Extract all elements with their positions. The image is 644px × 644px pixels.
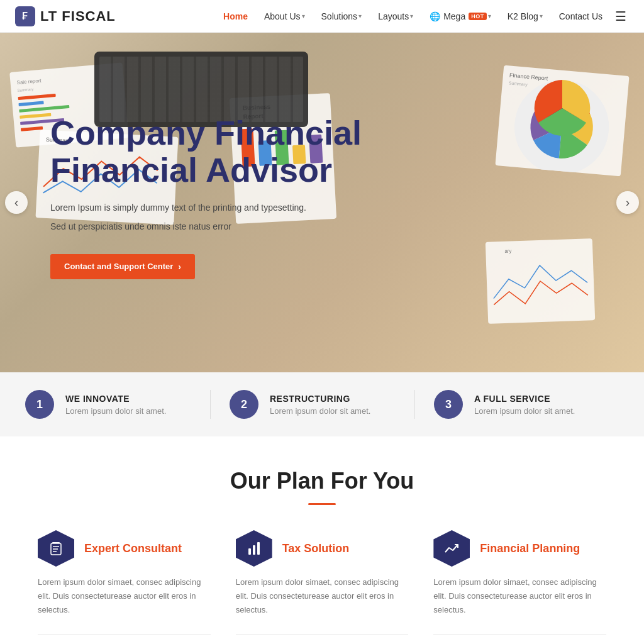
hero-subtitle-1: Lorem Ipsum is simply dummy text of the … <box>50 201 362 214</box>
feature-num-3: 3 <box>434 390 463 419</box>
features-strip: 1 WE INNOVATE Lorem ipsum dolor sit amet… <box>0 372 644 436</box>
feature-desc-1: Lorem ipsum dolor sit amet. <box>65 406 166 416</box>
header: ₣ LT FISCAL Home About Us ▾ Solutions ▾ … <box>0 0 644 33</box>
plan-card-3-title: Financial Planning <box>480 542 580 555</box>
plan-card-2: Tax Solution Lorem ipsum dolor simaet, c… <box>236 530 409 644</box>
nav-item-contact[interactable]: Contact Us <box>553 8 609 25</box>
nav-label-k2blog: K2 Blog <box>508 11 538 21</box>
nav-label-solutions: Solutions <box>321 11 358 21</box>
feature-num-1: 1 <box>25 390 54 419</box>
chevron-down-icon: ▾ <box>488 13 491 19</box>
feature-item-1: 1 WE INNOVATE Lorem ipsum dolor sit amet… <box>25 390 211 419</box>
svg-rect-26 <box>253 545 255 555</box>
chevron-down-icon: ▾ <box>410 13 413 19</box>
trending-up-icon <box>433 530 470 567</box>
plan-section: Our Plan For You Expert Con <box>0 436 644 644</box>
hero-cta-label: Contact and Support Center <box>64 262 173 271</box>
feature-item-3: 3 A FULL SERVICE Lorem ipsum dolor sit a… <box>415 390 619 419</box>
chevron-right-icon: › <box>626 196 630 209</box>
svg-rect-25 <box>248 548 251 555</box>
feature-title-2: RESTRUCTURING <box>270 394 370 404</box>
svg-rect-27 <box>257 542 260 555</box>
nav-label-contact: Contact Us <box>559 11 602 21</box>
brand-name: LT FISCAL <box>40 8 116 25</box>
plan-title: Our Plan For You <box>38 468 606 494</box>
hero-content: Company Financial Financial Advisor Lore… <box>50 114 362 279</box>
plan-card-3-header: Financial Planning <box>433 530 606 567</box>
plan-card-3-divider <box>433 635 606 635</box>
plan-card-3: Financial Planning Lorem ipsum dolor sim… <box>433 530 606 644</box>
feature-text-3: A FULL SERVICE Lorem ipsum dolor sit ame… <box>474 394 575 416</box>
plan-card-3-desc: Lorem ipsum dolor simaet, consec adipisc… <box>433 575 606 617</box>
slider-next-button[interactable]: › <box>616 191 639 214</box>
nav-label-mega: Mega <box>443 11 465 21</box>
chevron-left-icon: ‹ <box>14 196 18 209</box>
nav-label-home: Home <box>223 11 248 21</box>
plan-card-1-header: Expert Consultant <box>38 530 211 567</box>
nav-item-solutions[interactable]: Solutions ▾ <box>315 8 369 25</box>
nav-item-about[interactable]: About Us ▾ <box>258 8 311 25</box>
feature-desc-2: Lorem ipsum dolor sit amet. <box>270 406 370 416</box>
plan-divider <box>308 503 336 505</box>
logo[interactable]: ₣ LT FISCAL <box>15 6 116 26</box>
plan-card-1: Expert Consultant Lorem ipsum dolor sima… <box>38 530 211 644</box>
nav-item-layouts[interactable]: Layouts ▾ <box>372 8 419 25</box>
plan-cards: Expert Consultant Lorem ipsum dolor sima… <box>38 530 606 644</box>
chevron-down-icon: ▾ <box>540 13 543 19</box>
nav-item-mega[interactable]: 🌐 Mega HOT ▾ <box>423 8 497 25</box>
feature-desc-3: Lorem ipsum dolor sit amet. <box>474 406 575 416</box>
plan-card-1-title: Expert Consultant <box>84 542 182 555</box>
feature-num-2: 2 <box>230 390 258 419</box>
nav-item-home[interactable]: Home <box>217 8 254 25</box>
plan-icon-1 <box>38 530 74 567</box>
clipboard-icon <box>38 530 74 567</box>
hero-cta-button[interactable]: Contact and Support Center › <box>50 254 195 279</box>
hot-badge: HOT <box>469 13 487 20</box>
hero-section: Sale report Summary Summary Business Re <box>0 33 644 372</box>
plan-card-2-title: Tax Solution <box>282 542 350 555</box>
plan-icon-2 <box>236 530 272 567</box>
pie-chart-top <box>531 77 594 140</box>
plan-card-1-divider <box>38 635 211 635</box>
nav-item-k2blog[interactable]: K2 Blog ▾ <box>501 8 549 25</box>
nav-label-layouts: Layouts <box>378 11 409 21</box>
hamburger-menu[interactable]: ☰ <box>613 6 629 26</box>
feature-text-2: RESTRUCTURING Lorem ipsum dolor sit amet… <box>270 394 370 416</box>
feature-text-1: WE INNOVATE Lorem ipsum dolor sit amet. <box>65 394 166 416</box>
slider-prev-button[interactable]: ‹ <box>5 191 28 214</box>
plan-card-2-header: Tax Solution <box>236 530 409 567</box>
arrow-right-icon: › <box>178 262 181 272</box>
plan-icon-3 <box>433 530 470 567</box>
feature-item-2: 2 RESTRUCTURING Lorem ipsum dolor sit am… <box>211 390 415 419</box>
plan-card-1-desc: Lorem ipsum dolor simaet, consec adipisc… <box>38 575 211 617</box>
hero-title: Company Financial Financial Advisor <box>50 114 362 189</box>
feature-title-3: A FULL SERVICE <box>474 394 575 404</box>
chevron-down-icon: ▾ <box>302 13 305 19</box>
chevron-down-icon: ▾ <box>358 13 362 19</box>
logo-icon: ₣ <box>15 6 35 26</box>
globe-icon: 🌐 <box>430 11 440 21</box>
feature-title-1: WE INNOVATE <box>65 394 166 404</box>
plan-card-2-desc: Lorem ipsum dolor simaet, consec adipisc… <box>236 575 409 617</box>
plan-card-2-divider <box>236 635 409 635</box>
hero-subtitle-2: Sed ut perspiciatis unde omnis iste natu… <box>50 219 362 233</box>
bar-chart-icon <box>236 530 272 567</box>
nav-label-about: About Us <box>264 11 301 21</box>
main-nav: Home About Us ▾ Solutions ▾ Layouts ▾ 🌐 … <box>217 6 629 26</box>
